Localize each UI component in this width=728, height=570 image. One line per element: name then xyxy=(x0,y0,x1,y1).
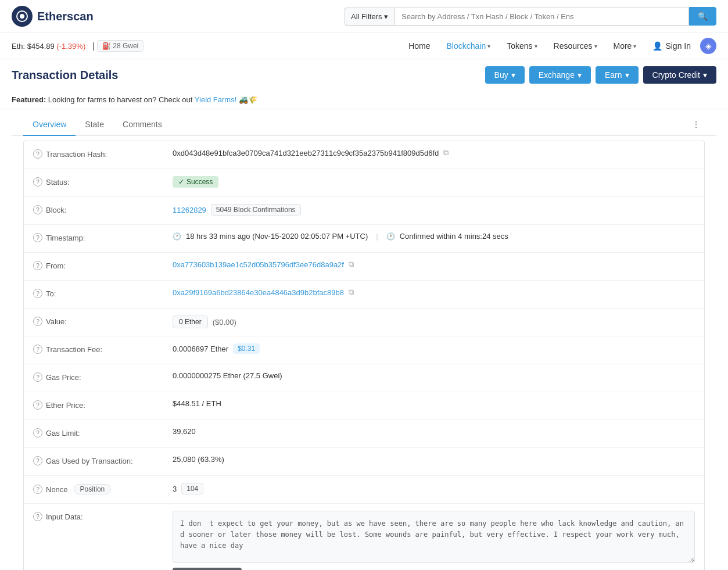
nav-blockchain[interactable]: Blockchain ▾ xyxy=(440,38,498,54)
tab-more-icon[interactable]: ⋮ xyxy=(687,114,705,135)
buy-chevron-icon: ▾ xyxy=(511,70,515,80)
clock-icon-2: 🕐 xyxy=(386,232,395,241)
help-icon-value[interactable]: ? xyxy=(33,317,42,326)
row-nonce: ? Nonce Position 3 104 xyxy=(24,476,704,504)
search-area: All Filters ▾ 🔍 xyxy=(345,7,716,26)
view-input-button[interactable]: View Input As ▾ xyxy=(173,568,242,570)
blockchain-chevron-icon: ▾ xyxy=(487,43,490,49)
row-timestamp: ? Timestamp: 🕐 18 hrs 33 mins ago (Nov-1… xyxy=(24,225,704,253)
ether-price-label: ? Ether Price: xyxy=(33,399,173,410)
nav-home[interactable]: Home xyxy=(401,38,437,54)
transaction-details-table: ? Transaction Hash: 0xd043d48e91bfca3e07… xyxy=(23,141,705,570)
featured-banner: Featured: Looking for farms to harvest o… xyxy=(0,91,728,109)
help-icon-nonce[interactable]: ? xyxy=(33,485,42,494)
exchange-button[interactable]: Exchange ▾ xyxy=(529,66,591,84)
value-label: ? Value: xyxy=(33,316,173,326)
search-button[interactable]: 🔍 xyxy=(689,7,716,26)
fee-label: ? Transaction Fee: xyxy=(33,343,173,354)
row-block: ? Block: 11262829 5049 Block Confirmatio… xyxy=(24,197,704,225)
input-data-label: ? Input Data: xyxy=(33,511,173,521)
svg-point-1 xyxy=(20,14,24,19)
row-status: ? Status: ✓ Success xyxy=(24,169,704,197)
help-icon-timestamp[interactable]: ? xyxy=(33,233,42,242)
page-title: Transaction Details xyxy=(12,69,480,82)
header-nav: Eth: $454.89 (-1.39%) | ⛽ 28 Gwei Home B… xyxy=(0,33,728,59)
separator-ts: | xyxy=(376,232,378,241)
nonce-position-value: 104 xyxy=(181,483,203,494)
exchange-chevron-icon: ▾ xyxy=(578,70,582,80)
to-value: 0xa29f9169a6bd23864e30ea4846a3d9b2bfac89… xyxy=(173,288,695,297)
logo-text: Etherscan xyxy=(37,10,94,23)
help-icon-gasprice[interactable]: ? xyxy=(33,372,42,382)
search-input[interactable] xyxy=(394,8,689,26)
row-gas-limit: ? Gas Limit: 39,620 xyxy=(24,420,704,448)
to-address-link[interactable]: 0xa29f9169a6bd23864e30ea4846a3d9b2bfac89… xyxy=(173,288,344,297)
crypto-credit-chevron-icon: ▾ xyxy=(703,70,707,80)
input-data-content: I don t expect to get your money, but as… xyxy=(173,511,695,570)
buy-button[interactable]: Buy ▾ xyxy=(485,66,525,84)
more-chevron-icon: ▾ xyxy=(633,43,636,49)
check-icon: ✓ xyxy=(178,178,184,186)
help-icon-etherprice[interactable]: ? xyxy=(33,400,42,410)
input-data-textarea[interactable]: I don t expect to get your money, but as… xyxy=(173,511,695,563)
copy-to-icon[interactable]: ⧉ xyxy=(349,288,354,297)
ether-price-value: $448.51 / ETH xyxy=(173,399,695,408)
value-content: 0 Ether ($0.00) xyxy=(173,316,695,328)
yield-farms-link[interactable]: Yield Farms! 🚜🌾 xyxy=(195,95,257,104)
help-icon-gaslimit[interactable]: ? xyxy=(33,428,42,438)
tabs-row: Overview State Comments ⋮ xyxy=(12,114,716,136)
nav-more[interactable]: More ▾ xyxy=(607,38,644,54)
gas-limit-label: ? Gas Limit: xyxy=(33,427,173,438)
nonce-value: 3 104 xyxy=(173,483,695,494)
fee-usd-badge: $0.31 xyxy=(233,343,260,354)
nonce-label: ? Nonce Position xyxy=(33,483,173,494)
details-section: ? Transaction Hash: 0xd043d48e91bfca3e07… xyxy=(0,136,728,570)
help-icon-status[interactable]: ? xyxy=(33,177,42,187)
sign-in-button[interactable]: 👤 Sign In xyxy=(645,38,698,54)
value-ether-badge: 0 Ether xyxy=(173,316,208,328)
status-label: ? Status: xyxy=(33,176,173,187)
header-top: Etherscan All Filters ▾ 🔍 xyxy=(0,0,728,33)
block-label: ? Block: xyxy=(33,204,173,214)
confirmations-badge: 5049 Block Confirmations xyxy=(211,204,301,216)
filter-dropdown[interactable]: All Filters ▾ xyxy=(345,8,394,26)
logo-area[interactable]: Etherscan xyxy=(12,6,105,27)
nav-tokens[interactable]: Tokens ▾ xyxy=(500,38,544,54)
action-bar: Transaction Details Buy ▾ Exchange ▾ Ear… xyxy=(0,59,728,91)
help-icon-txhash[interactable]: ? xyxy=(33,149,42,159)
gas-used-label: ? Gas Used by Transaction: xyxy=(33,455,173,465)
clock-icon: 🕐 xyxy=(173,232,181,241)
timestamp-value: 🕐 18 hrs 33 mins ago (Nov-15-2020 02:05:… xyxy=(173,232,695,241)
help-icon-gasused[interactable]: ? xyxy=(33,456,42,465)
row-fee: ? Transaction Fee: 0.0006897 Ether $0.31 xyxy=(24,336,704,364)
help-icon-from[interactable]: ? xyxy=(33,261,42,270)
ethereum-icon: ◈ xyxy=(700,38,716,54)
help-icon-fee[interactable]: ? xyxy=(33,345,42,354)
block-value: 11262829 5049 Block Confirmations xyxy=(173,204,695,216)
nav-links: Home Blockchain ▾ Tokens ▾ Resources ▾ M… xyxy=(401,38,716,54)
logo-icon xyxy=(12,6,33,27)
crypto-credit-button[interactable]: Crypto Credit ▾ xyxy=(643,66,716,84)
status-badge: ✓ Success xyxy=(173,176,218,188)
to-label: ? To: xyxy=(33,288,173,298)
tab-overview[interactable]: Overview xyxy=(23,114,76,136)
earn-chevron-icon: ▾ xyxy=(625,70,629,80)
nav-resources[interactable]: Resources ▾ xyxy=(547,38,604,54)
help-icon-inputdata[interactable]: ? xyxy=(33,512,42,521)
help-icon-to[interactable]: ? xyxy=(33,289,42,298)
earn-button[interactable]: Earn ▾ xyxy=(596,66,639,84)
tx-hash-value: 0xd043d48e91bfca3e0709ca741d321eeb27311c… xyxy=(173,148,695,157)
eth-price: Eth: $454.89 (-1.39%) xyxy=(12,42,85,51)
separator-1: | xyxy=(92,41,95,51)
tab-state[interactable]: State xyxy=(76,114,113,136)
row-gas-used: ? Gas Used by Transaction: 25,080 (63.3%… xyxy=(24,448,704,476)
from-label: ? From: xyxy=(33,260,173,270)
tab-comments[interactable]: Comments xyxy=(113,114,171,136)
copy-txhash-icon[interactable]: ⧉ xyxy=(443,148,449,157)
gas-price-label: ? Gas Price: xyxy=(33,371,173,382)
from-address-link[interactable]: 0xa773603b139ae1c52d05b35796df3ee76d8a9a… xyxy=(173,260,344,269)
block-number-link[interactable]: 11262829 xyxy=(173,206,206,214)
help-icon-block[interactable]: ? xyxy=(33,205,42,214)
copy-from-icon[interactable]: ⧉ xyxy=(349,260,354,269)
row-gas-price: ? Gas Price: 0.0000000275 Ether (27.5 Gw… xyxy=(24,364,704,392)
